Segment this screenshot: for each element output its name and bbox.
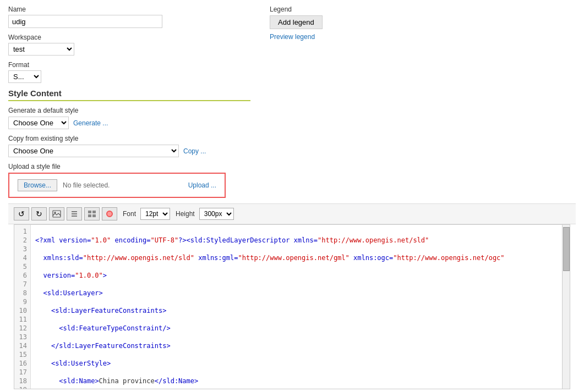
scrollbar-thumb[interactable]	[563, 227, 570, 271]
color-button[interactable]	[102, 207, 117, 220]
code-editor: 1 2 3 4 5 6 7 8 9 10 11 12 13 14 15 16 1…	[14, 224, 570, 389]
svg-rect-7	[88, 214, 91, 217]
code-content[interactable]: <?xml version="1.0" encoding="UTF-8"?><s…	[31, 225, 562, 389]
font-label: Font	[123, 210, 136, 218]
format-label: Format	[8, 61, 576, 69]
preview-legend-link[interactable]: Preview legend	[270, 33, 315, 41]
editor-toolbar: ↺ ↻	[8, 203, 576, 224]
copy-row: Choose One Copy ...	[8, 145, 576, 157]
generate-link[interactable]: Generate ...	[73, 119, 108, 127]
grid-button[interactable]	[84, 207, 100, 220]
generate-row: Choose One Generate ...	[8, 117, 576, 129]
font-select[interactable]: 12pt 10pt 14pt 16pt	[140, 208, 170, 220]
format-select[interactable]: S...	[8, 70, 41, 83]
redo-button[interactable]: ↻	[31, 207, 47, 220]
name-input[interactable]	[8, 15, 162, 28]
copy-select[interactable]: Choose One	[8, 145, 179, 157]
page-wrapper: Name Legend Add legend Preview legend Wo…	[0, 0, 584, 392]
style-content-title: Style Content	[8, 89, 250, 101]
upload-group: Upload a style file Browse... No file se…	[8, 163, 576, 198]
svg-rect-0	[53, 211, 61, 217]
workspace-select[interactable]: test	[8, 43, 74, 56]
browse-button[interactable]: Browse...	[18, 179, 57, 191]
generate-label: Generate a default style	[8, 107, 576, 114]
line-numbers: 1 2 3 4 5 6 7 8 9 10 11 12 13 14 15 16 1…	[14, 225, 31, 389]
svg-point-9	[107, 211, 112, 217]
main-content: Name Legend Add legend Preview legend Wo…	[0, 0, 584, 392]
add-legend-button[interactable]: Add legend	[270, 15, 323, 29]
copy-label: Copy from existing style	[8, 135, 576, 142]
no-file-text: No file selected.	[63, 181, 183, 189]
upload-link[interactable]: Upload ...	[188, 181, 216, 189]
scrollbar[interactable]	[562, 225, 570, 389]
svg-rect-8	[92, 214, 96, 217]
upload-box: Browse... No file selected. Upload ...	[8, 173, 226, 198]
svg-rect-5	[88, 211, 91, 213]
height-label: Height	[176, 210, 195, 218]
height-select[interactable]: 300px 200px 400px 500px	[199, 208, 234, 220]
undo-button[interactable]: ↺	[14, 207, 29, 220]
copy-group: Copy from existing style Choose One Copy…	[8, 135, 576, 157]
legend-section: Legend Add legend Preview legend	[270, 5, 323, 41]
format-group: Format S...	[8, 61, 576, 83]
legend-label: Legend	[270, 5, 323, 13]
upload-label: Upload a style file	[8, 163, 576, 170]
svg-rect-6	[92, 211, 96, 213]
image-button[interactable]	[49, 207, 64, 220]
copy-link[interactable]: Copy ...	[183, 147, 206, 155]
generate-select[interactable]: Choose One	[8, 117, 69, 129]
generate-group: Generate a default style Choose One Gene…	[8, 107, 576, 129]
list-button[interactable]	[67, 207, 82, 220]
